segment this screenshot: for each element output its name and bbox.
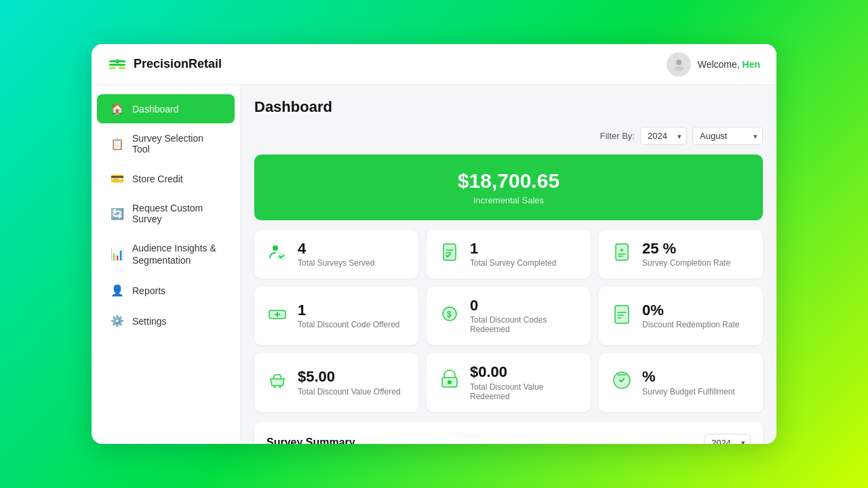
sidebar-item-reports[interactable]: 👤 Reports — [97, 276, 235, 305]
custom-survey-icon: 🔄 — [111, 207, 124, 220]
stat-card-total-surveys-served: 4 Total Surveys Served — [254, 230, 418, 279]
svg-point-6 — [676, 60, 682, 65]
svg-point-17 — [279, 386, 281, 388]
month-select-wrapper: August January February March April May … — [692, 127, 763, 145]
stat-desc: Survey Completion Rate — [642, 258, 730, 268]
svg-rect-10 — [443, 244, 456, 260]
stat-value: 4 — [298, 241, 374, 257]
sidebar-item-label: Request Custom Survey — [132, 203, 221, 224]
value-offered-icon — [267, 369, 288, 396]
stat-desc: Total Discount Code Offered — [298, 320, 400, 329]
stat-value: 0% — [642, 302, 739, 319]
stat-card-value-redeemed: $0.00 Total Discount Value Redeemed — [427, 353, 591, 411]
stat-desc: Total Survey Completed — [470, 258, 556, 268]
stat-card-survey-completed: 1 Total Survey Completed — [427, 230, 591, 279]
value-redeemed-icon — [439, 369, 460, 396]
stat-info: 0% Discount Redemption Rate — [642, 302, 739, 329]
svg-rect-15 — [615, 306, 629, 323]
main-content: Dashboard Filter By: 2024 2023 2025 Augu… — [241, 85, 776, 444]
filter-bar: Filter By: 2024 2023 2025 August January… — [254, 127, 763, 145]
sidebar: 🏠 Dashboard 📋 Survey Selection Tool 💳 St… — [92, 85, 241, 444]
sidebar-item-survey-selection[interactable]: 📋 Survey Selection Tool — [97, 125, 235, 163]
year-select-wrapper: 2024 2023 2025 — [640, 127, 687, 145]
svg-rect-2 — [109, 64, 125, 66]
sidebar-item-label: Store Credit — [132, 174, 183, 184]
stat-info: 1 Total Survey Completed — [470, 241, 556, 268]
avatar — [667, 52, 691, 77]
stat-info: % Survey Budget Fulfillment — [642, 369, 735, 396]
audience-icon: 📊 — [111, 248, 124, 261]
stat-card-discount-offered: 1 Total Discount Code Offered — [254, 287, 418, 345]
completion-rate-icon — [611, 241, 633, 268]
sidebar-item-label: Audience Insights & Segmentation — [132, 242, 221, 266]
stat-desc: Total Discount Value Redeemed — [470, 382, 578, 401]
svg-point-16 — [274, 386, 276, 388]
stat-info: $0.00 Total Discount Value Redeemed — [470, 364, 578, 401]
stat-value: $0.00 — [470, 364, 578, 380]
survey-completed-icon — [439, 241, 460, 268]
sidebar-item-label: Dashboard — [132, 104, 179, 115]
settings-icon: ⚙️ — [111, 314, 124, 327]
sidebar-item-label: Reports — [132, 285, 165, 296]
sidebar-item-audience-insights[interactable]: 📊 Audience Insights & Segmentation — [97, 234, 235, 274]
sidebar-item-dashboard[interactable]: 🏠 Dashboard — [97, 94, 235, 123]
stat-card-redemption-rate: 0% Discount Redemption Rate — [599, 287, 763, 345]
survey-selection-icon: 📋 — [111, 138, 124, 150]
svg-text:$: $ — [447, 310, 452, 319]
budget-fulfillment-icon — [611, 369, 633, 396]
stat-info: $5.00 Total Discount Value Offered — [298, 369, 401, 396]
app-container: PrecisionRetail Welcome, Hen 🏠 Dashboard — [92, 44, 776, 444]
stat-desc: Survey Budget Fulfillment — [642, 387, 735, 396]
stat-desc: Total Discount Value Offered — [298, 387, 401, 396]
svg-point-5 — [115, 59, 119, 63]
summary-header: Survey Summary 2024 2023 2025 — [267, 434, 751, 444]
stat-card-discount-redeemed: $ 0 Total Discount Codes Redeemed — [427, 287, 591, 345]
survey-summary-section: Survey Summary 2024 2023 2025 Avg. Surve… — [254, 422, 763, 444]
stat-desc: Total Surveys Served — [298, 258, 374, 268]
summary-year-select[interactable]: 2024 2023 2025 — [704, 434, 751, 444]
filter-label: Filter By: — [600, 131, 635, 141]
stat-value: 1 — [470, 241, 556, 257]
sidebar-item-settings[interactable]: ⚙️ Settings — [97, 306, 235, 336]
sidebar-item-request-custom-survey[interactable]: 🔄 Request Custom Survey — [97, 195, 235, 232]
header: PrecisionRetail Welcome, Hen — [92, 44, 776, 85]
sales-banner: $18,700.65 Incremental Sales — [254, 155, 763, 220]
redemption-rate-icon — [611, 303, 633, 329]
discount-offered-icon — [267, 303, 288, 329]
stat-value: % — [642, 369, 735, 385]
stat-value: 25 % — [642, 241, 730, 257]
discount-redeemed-icon: $ — [439, 303, 460, 329]
stats-grid: 4 Total Surveys Served 1 Total — [254, 230, 763, 412]
sidebar-item-store-credit[interactable]: 💳 Store Credit — [97, 164, 235, 193]
stat-info: 0 Total Discount Codes Redeemed — [470, 298, 578, 334]
reports-icon: 👤 — [111, 284, 124, 297]
stat-info: 1 Total Discount Code Offered — [298, 302, 400, 329]
app-name: PrecisionRetail — [134, 57, 222, 71]
summary-title: Survey Summary — [267, 436, 355, 444]
logo-icon — [108, 55, 127, 74]
home-icon: 🏠 — [111, 102, 124, 115]
svg-rect-3 — [109, 67, 116, 69]
year-select[interactable]: 2024 2023 2025 — [640, 127, 687, 145]
logo-area: PrecisionRetail — [108, 55, 222, 74]
svg-point-8 — [273, 245, 278, 251]
svg-rect-11 — [616, 244, 628, 260]
store-credit-icon: 💳 — [111, 172, 124, 185]
header-right: Welcome, Hen — [667, 52, 760, 77]
stat-value: 0 — [470, 298, 578, 314]
stat-value: $5.00 — [298, 369, 401, 385]
stat-value: 1 — [298, 302, 400, 319]
page-title: Dashboard — [254, 98, 763, 116]
sidebar-item-label: Survey Selection Tool — [132, 133, 221, 155]
sales-label: Incremental Sales — [269, 195, 748, 205]
sales-amount: $18,700.65 — [269, 169, 748, 192]
stat-info: 4 Total Surveys Served — [298, 241, 374, 268]
svg-point-7 — [674, 66, 684, 70]
stat-card-value-offered: $5.00 Total Discount Value Offered — [254, 353, 418, 411]
svg-rect-1 — [119, 60, 125, 62]
summary-year-select-wrapper: 2024 2023 2025 — [704, 434, 751, 444]
month-select[interactable]: August January February March April May … — [692, 127, 763, 145]
stat-card-budget-fulfillment: % Survey Budget Fulfillment — [599, 353, 763, 411]
body: 🏠 Dashboard 📋 Survey Selection Tool 💳 St… — [92, 85, 776, 444]
svg-rect-0 — [109, 60, 116, 62]
